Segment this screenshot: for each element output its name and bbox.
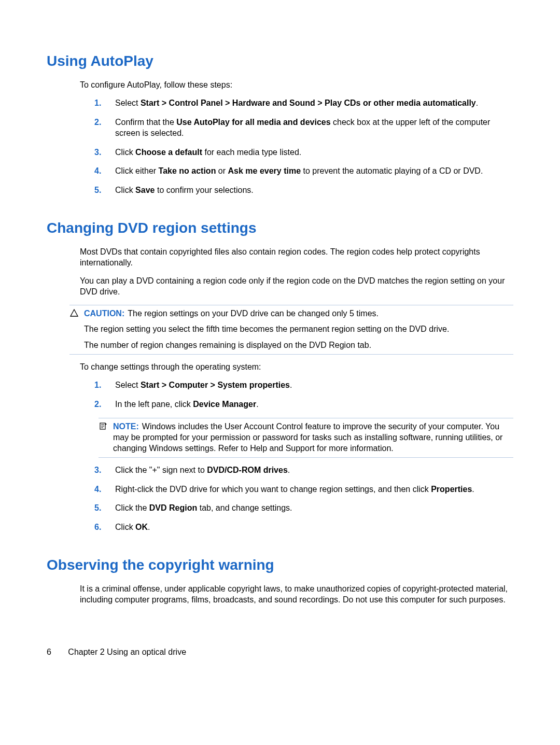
list-item: 2. In the left pane, click Device Manage… xyxy=(94,399,513,410)
caution-line: CAUTION:The region settings on your DVD … xyxy=(84,308,513,319)
list-item: 4. Click either Take no action or Ask me… xyxy=(94,166,513,177)
step-text: Click the DVD Region tab, and change set… xyxy=(115,503,292,512)
note-line: NOTE:Windows includes the User Account C… xyxy=(113,421,513,454)
section-dvdregion-body: Most DVDs that contain copyrighted files… xyxy=(80,247,513,297)
copyright-p1: It is a criminal offense, under applicab… xyxy=(80,584,513,606)
list-item: 1. Select Start > Control Panel > Hardwa… xyxy=(94,98,513,109)
step-text: Click Save to confirm your selections. xyxy=(115,186,254,194)
step-number: 5. xyxy=(94,503,101,514)
step-number: 5. xyxy=(94,185,101,196)
note-icon xyxy=(99,421,108,430)
list-item: 6. Click OK. xyxy=(94,522,513,533)
step-number: 3. xyxy=(94,465,101,476)
note-callout: NOTE:Windows includes the User Account C… xyxy=(99,418,513,457)
heading-copyright: Observing the copyright warning xyxy=(47,556,513,574)
step-text: Right-click the DVD drive for which you … xyxy=(115,485,474,494)
chapter-title: Chapter 2 Using an optical drive xyxy=(68,648,186,656)
section-autoplay-body: To configure AutoPlay, follow these step… xyxy=(80,80,513,196)
section-dvdregion-body2: To change settings through the operating… xyxy=(80,362,513,533)
dvdregion-p2: You can play a DVD containing a region c… xyxy=(80,276,513,298)
document-page: Using AutoPlay To configure AutoPlay, fo… xyxy=(0,0,560,689)
step-number: 4. xyxy=(94,484,101,495)
page-number: 6 xyxy=(47,647,51,658)
caution-line: The region setting you select the fifth … xyxy=(84,324,513,335)
list-item: 5. Click Save to confirm your selections… xyxy=(94,185,513,196)
autoplay-steps: 1. Select Start > Control Panel > Hardwa… xyxy=(94,98,513,196)
caution-line: The number of region changes remaining i… xyxy=(84,340,513,351)
step-number: 2. xyxy=(94,399,101,410)
step-text: Select Start > Computer > System propert… xyxy=(115,381,292,389)
autoplay-intro: To configure AutoPlay, follow these step… xyxy=(80,80,513,91)
list-item: 2. Confirm that the Use AutoPlay for all… xyxy=(94,117,513,139)
list-item: 1. Select Start > Computer > System prop… xyxy=(94,380,513,391)
caution-label: CAUTION: xyxy=(84,309,124,318)
step-text: Click Choose a default for each media ty… xyxy=(115,148,301,157)
list-item: 4. Right-click the DVD drive for which y… xyxy=(94,484,513,495)
heading-autoplay: Using AutoPlay xyxy=(47,52,513,71)
heading-dvd-region: Changing DVD region settings xyxy=(47,219,513,237)
step-number: 2. xyxy=(94,117,101,128)
step-text: In the left pane, click Device Manager. xyxy=(115,400,259,409)
list-item: 3. Click the "+" sign next to DVD/CD-ROM… xyxy=(94,465,513,476)
step-number: 3. xyxy=(94,147,101,158)
section-copyright-body: It is a criminal offense, under applicab… xyxy=(80,584,513,606)
step-number: 1. xyxy=(94,98,101,109)
step-number: 6. xyxy=(94,522,101,533)
page-footer: 6 Chapter 2 Using an optical drive xyxy=(47,626,513,658)
list-item: 3. Click Choose a default for each media… xyxy=(94,147,513,158)
step-text: Confirm that the Use AutoPlay for all me… xyxy=(115,118,490,137)
note-label: NOTE: xyxy=(113,422,139,431)
step-text: Click either Take no action or Ask me ev… xyxy=(115,166,483,175)
list-item: 5. Click the DVD Region tab, and change … xyxy=(94,503,513,514)
dvdregion-p3: To change settings through the operating… xyxy=(80,362,513,373)
dvdregion-steps-cont: 3. Click the "+" sign next to DVD/CD-ROM… xyxy=(94,465,513,533)
step-number: 1. xyxy=(94,380,101,391)
step-number: 4. xyxy=(94,166,101,177)
step-text: Click OK. xyxy=(115,523,150,531)
caution-callout: CAUTION:The region settings on your DVD … xyxy=(69,305,513,355)
dvdregion-steps: 1. Select Start > Computer > System prop… xyxy=(94,380,513,410)
step-text: Select Start > Control Panel > Hardware … xyxy=(115,99,478,107)
dvdregion-p1: Most DVDs that contain copyrighted files… xyxy=(80,247,513,269)
step-text: Click the "+" sign next to DVD/CD-ROM dr… xyxy=(115,466,290,474)
caution-icon xyxy=(69,308,79,317)
